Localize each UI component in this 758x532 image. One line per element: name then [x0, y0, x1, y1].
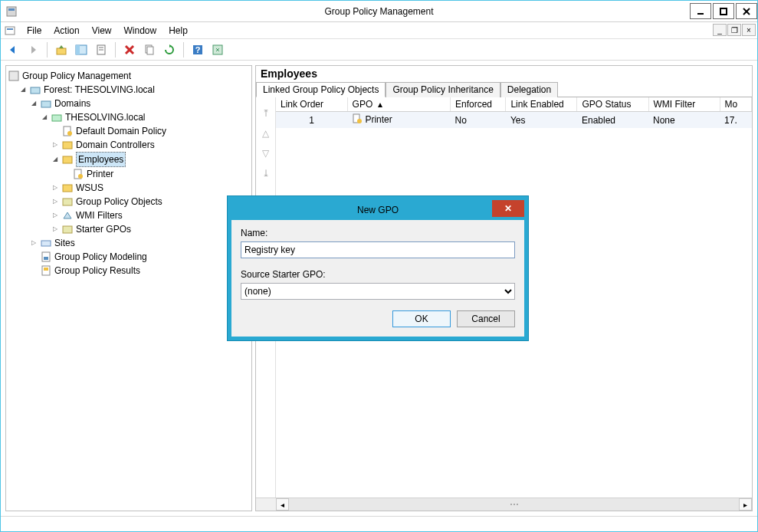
- scroll-right-button[interactable]: ▸: [739, 498, 752, 511]
- mdi-restore-button[interactable]: ❐: [727, 24, 741, 36]
- expand-icon[interactable]: [29, 97, 38, 110]
- col-gpo-status[interactable]: GPO Status: [577, 97, 648, 112]
- label: Printer: [87, 167, 113, 181]
- mdi-minimize-button[interactable]: _: [713, 24, 727, 36]
- tree-default-domain-policy[interactable]: Default Domain Policy: [51, 124, 250, 138]
- up-button[interactable]: [52, 41, 71, 59]
- tree-results[interactable]: Group Policy Results: [29, 264, 250, 277]
- minimize-button[interactable]: [690, 3, 711, 19]
- table-row[interactable]: 1 Printer No Yes Enabled None 17.: [276, 112, 752, 129]
- expand-icon[interactable]: [40, 110, 48, 124]
- delete-button[interactable]: [120, 41, 139, 59]
- label: Starter GPOs: [76, 222, 131, 236]
- gpo-link-icon: [72, 168, 84, 180]
- expand-icon[interactable]: [51, 209, 59, 222]
- ok-button[interactable]: OK: [392, 310, 451, 327]
- expand-icon[interactable]: [51, 222, 59, 236]
- expand-icon[interactable]: [51, 181, 59, 195]
- move-top-icon[interactable]: ⤒: [262, 108, 270, 119]
- scroll-left-button[interactable]: ◂: [276, 498, 289, 511]
- properties-button[interactable]: [92, 41, 110, 59]
- separator: [183, 42, 184, 57]
- status-bar: [1, 516, 757, 531]
- col-link-enabled[interactable]: Link Enabled: [506, 97, 577, 112]
- options-button[interactable]: [208, 41, 227, 59]
- horizontal-scrollbar[interactable]: ◂ ⋯ ▸: [256, 498, 752, 511]
- svg-rect-17: [147, 47, 153, 54]
- cell-modified: 17.: [720, 112, 751, 129]
- tree-domain[interactable]: THESOLVING.local: [40, 110, 250, 124]
- tree-forest[interactable]: Forest: THESOLVING.local: [18, 83, 250, 97]
- move-down-icon[interactable]: ▽: [262, 148, 269, 159]
- separator: [47, 42, 48, 57]
- col-wmi-filter[interactable]: WMI Filter: [648, 97, 720, 112]
- dialog-title: New GPO: [231, 205, 524, 215]
- col-modified[interactable]: Mo: [720, 97, 751, 112]
- tab-linked-gpo[interactable]: Linked Group Policy Objects: [256, 82, 386, 97]
- menu-view[interactable]: View: [86, 24, 118, 38]
- svg-rect-38: [44, 268, 48, 271]
- svg-rect-32: [63, 199, 72, 205]
- cell-status: Enabled: [577, 112, 648, 129]
- tree-domains[interactable]: Domains: [29, 97, 250, 110]
- menu-help[interactable]: Help: [162, 24, 194, 38]
- tree-wsus[interactable]: WSUS: [51, 181, 250, 195]
- tree-wmi[interactable]: WMI Filters: [51, 209, 250, 222]
- tree-pane[interactable]: Group Policy Management Forest: THESOLVI…: [5, 65, 252, 511]
- back-button[interactable]: [4, 41, 22, 59]
- cancel-button[interactable]: Cancel: [457, 310, 515, 327]
- show-hide-tree-button[interactable]: [72, 41, 90, 59]
- tab-delegation[interactable]: Delegation: [500, 82, 558, 97]
- expand-icon[interactable]: [18, 83, 27, 97]
- move-bottom-icon[interactable]: ⤓: [262, 168, 270, 179]
- tree-gpos[interactable]: Group Policy Objects: [51, 195, 250, 209]
- forest-icon: [29, 84, 41, 96]
- separator: [115, 42, 116, 57]
- menu-file[interactable]: File: [21, 24, 48, 38]
- cell-enforced: No: [451, 112, 506, 129]
- svg-rect-7: [7, 28, 13, 30]
- refresh-button[interactable]: [160, 41, 179, 59]
- tree-sites[interactable]: Sites: [29, 236, 250, 250]
- dialog-title-bar[interactable]: New GPO ✕: [231, 200, 524, 220]
- starter-gpo-select[interactable]: (none): [241, 283, 515, 300]
- folder-icon: [61, 223, 74, 235]
- col-link-order[interactable]: Link Order: [276, 97, 347, 112]
- menu-action[interactable]: Action: [48, 24, 85, 38]
- maximize-button[interactable]: [713, 3, 734, 19]
- dialog-close-button[interactable]: ✕: [492, 200, 524, 217]
- mdi-controls: _ ❐ ×: [712, 24, 756, 36]
- close-button[interactable]: [736, 3, 757, 19]
- ou-icon: [61, 139, 74, 151]
- svg-rect-33: [63, 226, 72, 233]
- tree-forest-label: Forest: THESOLVING.local: [44, 83, 155, 97]
- tree-employees[interactable]: Employees: [51, 152, 250, 167]
- tree-root[interactable]: Group Policy Management: [8, 69, 250, 83]
- forward-button[interactable]: [24, 41, 42, 59]
- cell-enabled: Yes: [506, 112, 577, 129]
- column-headers[interactable]: Link Order GPO ▴ Enforced Link Enabled G…: [276, 97, 752, 112]
- scroll-track[interactable]: ⋯: [289, 498, 739, 511]
- tab-inheritance[interactable]: Group Policy Inheritance: [386, 82, 500, 97]
- copy-button[interactable]: [140, 41, 159, 59]
- col-gpo[interactable]: GPO ▴: [347, 97, 450, 112]
- starter-label: Source Starter GPO:: [241, 269, 515, 280]
- tree-modeling[interactable]: Group Policy Modeling: [29, 250, 250, 264]
- mdi-close-button[interactable]: ×: [742, 24, 756, 36]
- gpo-link-icon: [352, 113, 363, 126]
- expand-icon[interactable]: [51, 195, 59, 209]
- expand-icon[interactable]: [51, 138, 59, 152]
- ou-icon: [61, 182, 74, 194]
- col-enforced[interactable]: Enforced: [451, 97, 506, 112]
- name-input[interactable]: [241, 241, 515, 258]
- toolbar: ?: [1, 39, 757, 61]
- tree-starter[interactable]: Starter GPOs: [51, 222, 250, 236]
- tree-domain-label: THESOLVING.local: [65, 110, 145, 124]
- help-button[interactable]: ?: [189, 41, 207, 59]
- menu-window[interactable]: Window: [118, 24, 163, 38]
- expand-icon[interactable]: [51, 153, 59, 166]
- tree-printer-link[interactable]: Printer: [61, 167, 250, 181]
- tree-domain-controllers[interactable]: Domain Controllers: [51, 138, 250, 152]
- expand-icon[interactable]: [29, 236, 38, 250]
- move-up-icon[interactable]: △: [262, 128, 269, 139]
